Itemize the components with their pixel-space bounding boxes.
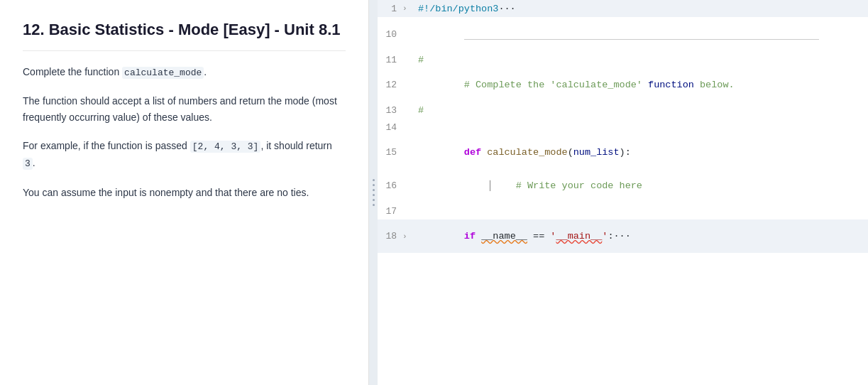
problem-title: 12. Basic Statistics - Mode [Easy] - Uni… <box>23 20 346 51</box>
divider-dot-6 <box>373 204 375 206</box>
line-num-11: 11 <box>378 55 402 65</box>
problem-panel: 12. Basic Statistics - Mode [Easy] - Uni… <box>0 0 369 385</box>
panel-divider[interactable] <box>369 0 378 385</box>
line-content-15: def calculate_mode(num_list): <box>414 136 631 168</box>
description-p3: For example, if the function is passed [… <box>23 138 346 172</box>
line-arrow-1: › <box>402 4 414 13</box>
code-line-14: 14 <box>378 119 868 136</box>
line-num-14: 14 <box>378 122 402 133</box>
code-editor[interactable]: 1 › #!/bin/python3··· 10 11 # 12 # Compl… <box>378 0 868 385</box>
code-line-18: 18 › if __name__ == '__main__':··· <box>378 219 868 253</box>
example-input-code: [2, 4, 3, 3] <box>190 141 261 153</box>
code-line-10: 10 <box>378 17 868 51</box>
divider-dot-5 <box>373 199 375 201</box>
line-content-1[interactable]: #!/bin/python3··· <box>414 4 516 14</box>
code-line-15: 15 def calculate_mode(num_list): <box>378 136 868 169</box>
function-name-code: calculate_mode <box>122 67 204 79</box>
line-num-15: 15 <box>378 147 402 158</box>
line-arrow-18: › <box>402 232 414 241</box>
line-num-17: 17 <box>378 206 402 217</box>
line-num-18: 18 <box>378 231 402 242</box>
divider-dot-4 <box>373 194 375 196</box>
line-num-1: 1 <box>378 4 402 14</box>
description-p1: Complete the function calculate_mode. <box>23 64 346 81</box>
line-content-12: # Complete the 'calculate_mode' function… <box>414 69 735 101</box>
line-content-13: # <box>414 105 424 116</box>
divider-dot-3 <box>373 189 375 191</box>
code-line-13: 13 # <box>378 102 868 119</box>
divider-dot-1 <box>373 179 375 181</box>
code-line-16: 16 │ # Write your code here <box>378 169 868 202</box>
line-num-16: 16 <box>378 180 402 191</box>
code-line-12: 12 # Complete the 'calculate_mode' funct… <box>378 68 868 102</box>
divider-dot-2 <box>373 184 375 186</box>
line-10-input[interactable] <box>464 28 819 40</box>
line-content-18: if __name__ == '__main__':··· <box>414 220 631 252</box>
line-content-16: │ # Write your code here <box>414 170 642 202</box>
description-p2: The function should accept a list of num… <box>23 93 346 125</box>
line-content-10[interactable] <box>414 18 819 50</box>
code-line-11: 11 # <box>378 51 868 68</box>
code-line-1: 1 › #!/bin/python3··· <box>378 0 868 17</box>
code-editor-panel[interactable]: 1 › #!/bin/python3··· 10 11 # 12 # Compl… <box>378 0 868 385</box>
description-p4: You can assume the input is nonempty and… <box>23 185 346 200</box>
line-num-10: 10 <box>378 29 402 40</box>
line-num-12: 12 <box>378 80 402 90</box>
example-output-code: 3 <box>23 158 33 170</box>
line-num-13: 13 <box>378 105 402 116</box>
line-content-11: # <box>414 55 424 65</box>
code-line-17: 17 <box>378 202 868 219</box>
